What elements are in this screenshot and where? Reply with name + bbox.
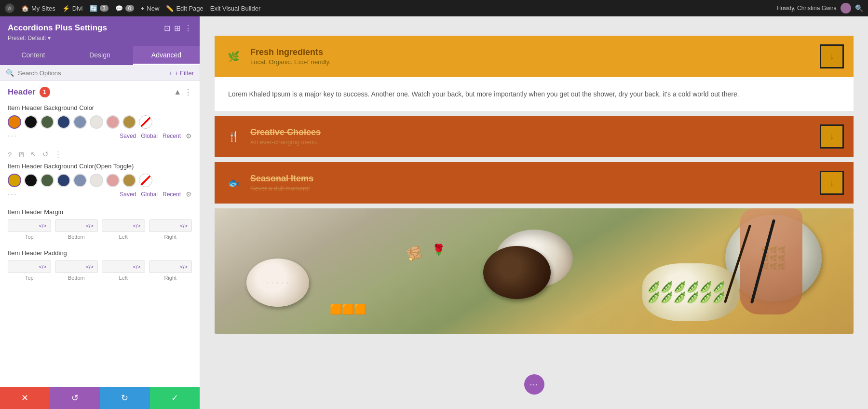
more-icon[interactable]: ⋮ [54,150,62,159]
cursor-icon[interactable]: ↖ [30,150,37,159]
desktop-icon[interactable]: 🖥 [17,150,25,159]
cancel-button[interactable]: ✕ [0,387,50,409]
accordion-header-creative[interactable]: 🍴 Creative Choices An ever-changing menu… [215,116,854,157]
undo-icon: ↺ [71,393,79,403]
save-button[interactable]: ✓ [150,387,200,409]
wp-logo-link[interactable]: W [5,3,14,13]
accordion-toggle-seasonal[interactable]: ↓ [820,171,844,195]
wp-bar-left: W 🏠 My Sites ⚡ Divi 🔄 3 💬 0 + New ✏️ Edi… [5,3,769,13]
undo-button[interactable]: ↺ [50,387,100,409]
edit-page-link[interactable]: ✏️ Edit Page [166,5,203,12]
bg-color-section: Item Header Background Color ··· Saved G… [8,104,192,140]
color-swatch-light[interactable] [90,115,103,129]
tab-design[interactable]: Design [67,46,133,65]
updates-link[interactable]: 🔄 3 [90,5,108,12]
expand-button[interactable]: ⊞ [174,24,180,33]
search-input[interactable] [18,69,165,77]
global2-label[interactable]: Global [141,191,158,198]
color-swatch-darkgreen[interactable] [41,115,54,129]
floating-dots-button[interactable]: ··· [524,374,544,395]
color-swatch-none[interactable] [139,115,152,129]
margin-left-label: Left [102,234,145,240]
panel-content: Header 1 ▲ ⋮ Item Header Background Colo… [0,81,200,387]
padding-left-label: Left [102,275,145,281]
more-options-button[interactable]: ⋮ [184,24,192,33]
saved-label[interactable]: Saved [120,133,136,139]
wp-admin-bar: W 🏠 My Sites ⚡ Divi 🔄 3 💬 0 + New ✏️ Edi… [0,0,868,16]
content-area: 🌿 Fresh Ingredients Local. Organic. Eco-… [200,16,868,409]
color2-swatch-pink[interactable] [106,174,120,187]
color-swatch-pink[interactable] [106,115,120,129]
color2-swatch-none[interactable] [139,174,152,187]
global-label[interactable]: Global [141,133,158,139]
bottom-bar: ✕ ↺ ↻ ✓ [0,387,200,409]
padding-bottom-input[interactable]: </> [55,260,98,273]
color2-swatch-light[interactable] [90,174,103,187]
new-link[interactable]: + New [141,5,160,12]
preset-chevron-icon: ▾ [48,35,51,41]
color-swatch-gold[interactable] [122,115,136,129]
margin-section: Item Header Margin </> </> [8,208,192,240]
color2-swatch-darkgreen[interactable] [41,174,54,187]
collapse-button[interactable]: ▲ [174,88,181,96]
divi-label: Divi [72,5,83,12]
margin-top-link-icon: </> [39,223,47,229]
user-avatar[interactable] [841,3,851,14]
padding-left-input[interactable]: </> [102,260,145,273]
my-sites-label: My Sites [31,5,55,12]
comments-link[interactable]: 💬 0 [115,5,134,12]
color2-swatch-slate[interactable] [73,174,87,187]
svg-text:W: W [8,6,12,11]
reset-icon[interactable]: ↺ [42,150,49,159]
wp-bar-right: Howdy, Christina Gwira 🔍 [777,3,863,14]
minimize-button[interactable]: ⊡ [164,24,170,33]
saved2-label[interactable]: Saved [120,191,136,198]
recent2-label[interactable]: Recent [163,191,181,198]
gear2-icon[interactable]: ⚙ [186,191,192,198]
color-swatch-black[interactable] [24,115,38,129]
padding-right-input[interactable]: </> [149,260,192,273]
recent-label[interactable]: Recent [163,133,181,139]
control-icons-row: ? 🖥 ↖ ↺ ⋮ [8,150,192,159]
filter-button[interactable]: + + Filter [169,69,194,77]
margin-top-input[interactable]: </> [8,219,51,232]
panel-title-row: Accordions Plus Settings ⊡ ⊞ ⋮ [8,23,192,33]
color-swatch-orange[interactable] [8,115,21,129]
color-meta-row: ··· Saved Global Recent ⚙ [8,132,192,140]
divi-link[interactable]: ⚡ Divi [62,5,83,12]
redo-button[interactable]: ↻ [100,387,150,409]
margin-left-input[interactable]: </> [102,219,145,232]
updates-icon: 🔄 [90,5,97,12]
color2-swatch-black[interactable] [24,174,38,187]
padding-right-label: Right [149,275,192,281]
food-image: 🌿🌿🌿🌿🌿🌿🌿🌿🌿 🫛🫛🫛🫛🫛🫛🫛🫛🫛🫛🫛🫛 🫚 🌹 · · · · · [215,208,854,334]
search-icon[interactable]: 🔍 [855,4,863,12]
accordion-header-seasonal[interactable]: 🐟 Seasonal Items Never a dull moment! ↓ [215,162,854,204]
help-icon[interactable]: ? [8,150,12,159]
color-swatch-navy[interactable] [57,115,70,129]
color2-swatch-yellow[interactable] [8,174,21,187]
color2-swatch-gold[interactable] [122,174,136,187]
preset-row[interactable]: Preset: Default ▾ [8,35,192,41]
main-layout: Accordions Plus Settings ⊡ ⊞ ⋮ Preset: D… [0,16,868,409]
edit-icon: ✏️ [166,5,174,12]
color-swatch-slate[interactable] [73,115,87,129]
exit-builder-link[interactable]: Exit Visual Builder [210,5,261,12]
tab-content[interactable]: Content [0,46,67,65]
settings-panel: Accordions Plus Settings ⊡ ⊞ ⋮ Preset: D… [0,16,200,409]
my-sites-link[interactable]: 🏠 My Sites [21,5,55,12]
color2-swatch-navy[interactable] [57,174,70,187]
margin-left-group: </> [102,219,145,232]
section-more-button[interactable]: ⋮ [184,88,192,97]
margin-right-input[interactable]: </> [149,219,192,232]
search-bar: 🔍 + + Filter [0,65,200,81]
padding-right-link-icon: </> [180,264,188,270]
tab-advanced[interactable]: Advanced [133,46,200,65]
padding-top-input[interactable]: </> [8,260,51,273]
margin-bottom-input[interactable]: </> [55,219,98,232]
accordion-header-fresh[interactable]: 🌿 Fresh Ingredients Local. Organic. Eco-… [215,36,854,77]
new-label: New [147,5,159,12]
accordion-toggle-creative[interactable]: ↓ [820,124,844,149]
accordion-toggle-fresh[interactable]: ↓ [820,44,844,68]
gear-icon[interactable]: ⚙ [186,132,192,140]
